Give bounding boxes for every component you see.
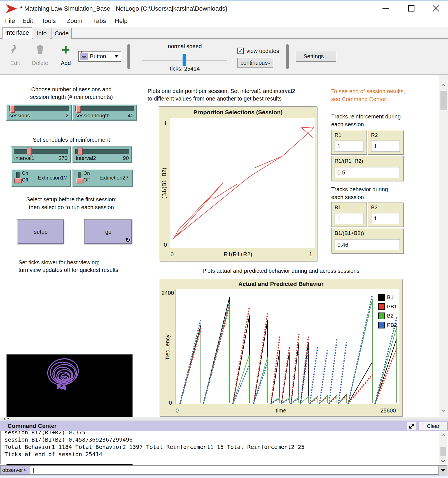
command-scrollbar[interactable]	[439, 431, 447, 464]
legend-swatch-icon	[378, 294, 385, 301]
netlogo-logo-icon	[6, 4, 17, 13]
legend-label: PB1	[387, 304, 397, 310]
expand-icon[interactable]	[407, 422, 416, 430]
reinforcement-title: Tracks reinforcement during each session	[331, 113, 401, 128]
window-bottom-edge	[0, 475, 448, 478]
button-widget-icon: abc	[80, 53, 88, 60]
view-updates-label: view updates	[246, 48, 279, 54]
splitter-toggle-icons[interactable]: ▲▼	[3, 417, 10, 420]
plot2-ymax: 2400	[162, 290, 174, 296]
window-title: * Matching Law Simulation_Base - NetLogo…	[20, 5, 227, 12]
tab-interface[interactable]: Interface	[2, 27, 32, 39]
setup-button[interactable]: setup	[17, 220, 64, 244]
slider-session-length[interactable]: session-length40	[72, 104, 137, 120]
slider-handle[interactable]	[78, 148, 82, 155]
toolbar: Edit Delete + Add abc Button normal spee…	[0, 39, 448, 75]
menu-tools[interactable]: Tools	[41, 17, 56, 25]
tab-bar: Interface Info Code	[0, 27, 448, 39]
note-setup-go: Select setup before the first session;th…	[6, 195, 137, 211]
add-button[interactable]: Add	[59, 60, 73, 66]
add-plus-icon[interactable]: +	[59, 41, 73, 58]
edit-pencil-icon[interactable]	[10, 45, 19, 54]
ticks-counter: ticks: 25414	[143, 66, 227, 72]
scroll-up-icon[interactable]	[441, 434, 445, 438]
plot1-ymin: 0	[164, 242, 167, 248]
legend-swatch-icon	[378, 303, 385, 310]
command-output-lines: session R1/(R1+R2) 0.375 session B1/(B1+…	[4, 431, 439, 458]
clear-button[interactable]: Clear	[419, 422, 448, 430]
note-plot1: Plots one data point per session. Set in…	[148, 87, 295, 102]
command-center-splitter[interactable]: ▲▼	[0, 417, 448, 421]
switch-extinction1[interactable]: On Off Extinction1?	[11, 169, 71, 186]
scroll-down-icon[interactable]	[441, 408, 445, 412]
widget-type-dropdown[interactable]: abc Button	[78, 51, 121, 62]
switch-knob[interactable]	[76, 178, 83, 183]
plot2-xmax: 25600	[380, 407, 396, 414]
settings-button[interactable]: Settings...	[296, 51, 336, 62]
switch-extinction2[interactable]: On Off Extinction2?	[73, 169, 133, 186]
menu-help[interactable]: Help	[115, 17, 127, 25]
speed-slider-label: normal speed	[143, 43, 227, 50]
note-schedules: Set schedules of reinforcement	[6, 136, 137, 144]
interface-canvas: Choose number of sessions andsession len…	[0, 75, 439, 417]
delete-button[interactable]: Delete	[30, 60, 50, 66]
command-output[interactable]: session R1/(R1+R2) 0.375 session B1/(B1+…	[0, 431, 439, 464]
plot2-xlabel: time	[160, 407, 402, 414]
update-mode-value: continuous	[241, 60, 268, 66]
monitor-b1: B11	[331, 202, 367, 227]
plot-proportion-selections[interactable]: Proportion Selections (Session) 1 0 (B1/…	[159, 106, 317, 261]
legend-item: PB2	[378, 320, 397, 330]
observer-label: observer>	[1, 466, 30, 474]
legend-item: B2	[378, 311, 397, 320]
legend-item: PB1	[378, 302, 397, 311]
title-bar: * Matching Law Simulation_Base - NetLogo…	[0, 0, 448, 16]
slider-handle[interactable]	[76, 105, 81, 113]
edit-button[interactable]: Edit	[7, 60, 24, 66]
view-updates-checkbox[interactable]: ✓	[237, 48, 244, 54]
scroll-down-icon[interactable]	[441, 459, 445, 462]
slider-interval1[interactable]: interval1270	[11, 147, 71, 163]
slider-handle[interactable]	[10, 105, 15, 113]
forever-icon: ↻	[125, 237, 130, 244]
widget-type-value: Button	[90, 53, 115, 60]
legend-label: B2	[387, 313, 393, 319]
toolbar-separator	[127, 44, 130, 69]
tab-info[interactable]: Info	[33, 28, 50, 39]
plot-actual-predicted[interactable]: Actual and Predicted Behavior 2400 0 fre…	[160, 279, 402, 416]
menu-file[interactable]: File	[5, 17, 15, 25]
scroll-up-icon[interactable]	[441, 84, 445, 88]
legend-swatch-icon	[378, 322, 385, 328]
plot2-ylabel: frequency	[164, 332, 171, 362]
close-button[interactable]	[429, 3, 443, 13]
monitor-r2: R21	[368, 130, 403, 155]
speed-slider-handle[interactable]	[183, 54, 186, 66]
legend-swatch-icon	[378, 313, 385, 319]
command-history-dropdown[interactable]	[438, 465, 447, 475]
delete-trash-icon[interactable]	[36, 44, 44, 54]
plot2-ymin: 0	[169, 400, 172, 406]
observer-prompt-row: observer> |	[0, 465, 439, 475]
minimize-button[interactable]	[379, 3, 393, 13]
menu-edit[interactable]: Edit	[22, 17, 33, 25]
menu-tabs[interactable]: Tabs	[93, 17, 106, 25]
note-ticks-viewing: Set ticks slower for best viewing;turn v…	[18, 259, 118, 274]
triangle-down-icon	[440, 469, 445, 472]
scrollbar-thumb[interactable]	[440, 91, 447, 110]
command-input[interactable]: |	[30, 466, 438, 474]
monitor-b2: B21	[368, 202, 403, 227]
toolbar-separator-2	[286, 44, 289, 69]
menu-zoom[interactable]: Zoom	[67, 17, 82, 25]
slider-sessions[interactable]: sessions2	[6, 104, 72, 120]
update-mode-dropdown[interactable]: continuous	[237, 58, 273, 68]
slider-handle[interactable]	[27, 148, 32, 155]
plot1-ymax: 1	[164, 120, 167, 127]
scrollbar-thumb[interactable]	[440, 447, 446, 456]
main-scrollbar[interactable]	[439, 75, 448, 417]
legend-item: B1	[378, 293, 397, 302]
go-button[interactable]: go ↻	[85, 220, 132, 244]
maximize-button[interactable]	[404, 3, 418, 13]
switch-knob[interactable]	[15, 178, 22, 183]
slider-interval2[interactable]: interval290	[73, 147, 132, 163]
command-center-title: Command Center	[8, 423, 57, 429]
tab-code[interactable]: Code	[52, 28, 72, 39]
